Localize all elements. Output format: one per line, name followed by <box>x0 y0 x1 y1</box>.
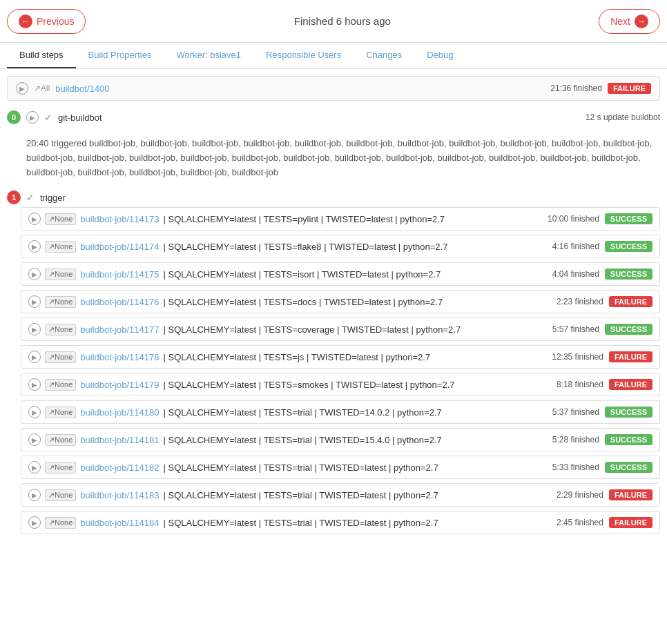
job-link[interactable]: buildbot-job/114182 <box>80 462 159 473</box>
master-build-link[interactable]: buildbot/1400 <box>55 84 109 94</box>
master-play-icon[interactable]: ▶ <box>16 82 28 95</box>
job-play-icon[interactable]: ▶ <box>28 213 41 225</box>
tab-build-properties[interactable]: Build Properties <box>76 43 164 68</box>
job-none-tag[interactable]: ↗None <box>45 351 76 363</box>
job-params: | SQLALCHEMY=latest | TESTS=isort | TWIS… <box>164 269 441 280</box>
job-play-icon[interactable]: ▶ <box>28 433 41 446</box>
job-play-icon[interactable]: ▶ <box>28 240 41 253</box>
git-check-icon: ✓ <box>44 112 52 123</box>
job-link[interactable]: buildbot-job/114178 <box>80 352 159 362</box>
job-none-tag[interactable]: ↗None <box>45 489 76 501</box>
job-row-left: ▶ ↗None buildbot-job/114181 | SQLALCHEMY… <box>28 433 442 446</box>
job-row: ▶ ↗None buildbot-job/114180 | SQLALCHEMY… <box>21 400 660 424</box>
job-row: ▶ ↗None buildbot-job/114177 | SQLALCHEMY… <box>21 318 660 341</box>
git-step-num: 0 <box>7 110 21 124</box>
job-row: ▶ ↗None buildbot-job/114175 | SQLALCHEMY… <box>21 262 660 286</box>
job-row-right: 12:35 finished FAILURE <box>552 351 652 362</box>
job-link[interactable]: buildbot-job/114173 <box>80 214 159 224</box>
job-status-badge: SUCCESS <box>605 462 652 473</box>
job-none-tag[interactable]: ↗None <box>45 407 76 418</box>
git-step-row: 0 ▶ ✓ git-buildbot 12 s update buildbot <box>7 106 660 128</box>
trigger-text: 20:40 triggered buildbot-job, buildbot-j… <box>7 133 660 186</box>
job-status-badge: SUCCESS <box>605 407 652 418</box>
job-link[interactable]: buildbot-job/114179 <box>80 380 159 390</box>
tab-debug[interactable]: Debug <box>414 43 465 68</box>
master-expand-icon[interactable]: ↗All <box>34 84 50 93</box>
job-link[interactable]: buildbot-job/114176 <box>80 297 159 307</box>
git-play-icon[interactable]: ▶ <box>26 111 39 124</box>
job-params: | SQLALCHEMY=latest | TESTS=pylint | TWI… <box>164 214 445 224</box>
job-play-icon[interactable]: ▶ <box>28 516 41 529</box>
master-build-status: FAILURE <box>608 83 651 94</box>
job-row-right: 4:16 finished SUCCESS <box>552 241 652 252</box>
job-play-icon[interactable]: ▶ <box>28 295 41 308</box>
job-none-tag[interactable]: ↗None <box>45 379 76 391</box>
job-time: 8:18 finished <box>557 380 603 389</box>
job-row-left: ▶ ↗None buildbot-job/114173 | SQLALCHEMY… <box>28 213 445 225</box>
job-status-badge: FAILURE <box>609 489 652 500</box>
git-step-left: 0 ▶ ✓ git-buildbot <box>7 110 102 124</box>
job-play-icon[interactable]: ▶ <box>28 268 41 280</box>
job-row: ▶ ↗None buildbot-job/114183 | SQLALCHEMY… <box>21 483 660 507</box>
job-link[interactable]: buildbot-job/114183 <box>80 490 159 500</box>
trigger-check-icon: ✓ <box>26 192 35 203</box>
job-params: | SQLALCHEMY=latest | TESTS=smokes | TWI… <box>164 380 455 390</box>
job-row-left: ▶ ↗None buildbot-job/114179 | SQLALCHEMY… <box>28 378 455 391</box>
job-link[interactable]: buildbot-job/114184 <box>80 518 159 528</box>
job-none-tag[interactable]: ↗None <box>45 213 76 225</box>
job-params: | SQLALCHEMY=latest | TESTS=coverage | T… <box>164 324 461 335</box>
job-link[interactable]: buildbot-job/114177 <box>80 324 159 335</box>
job-link[interactable]: buildbot-job/114180 <box>80 407 159 418</box>
job-play-icon[interactable]: ▶ <box>28 489 41 501</box>
job-none-tag[interactable]: ↗None <box>45 324 76 335</box>
tab-changes[interactable]: Changes <box>354 43 414 68</box>
job-none-tag[interactable]: ↗None <box>45 434 76 446</box>
job-row-left: ▶ ↗None buildbot-job/114175 | SQLALCHEMY… <box>28 268 441 280</box>
job-none-tag[interactable]: ↗None <box>45 241 76 253</box>
job-link[interactable]: buildbot-job/114174 <box>80 242 159 252</box>
job-time: 12:35 finished <box>552 352 603 362</box>
job-none-tag[interactable]: ↗None <box>45 296 76 308</box>
job-status-badge: SUCCESS <box>605 434 652 445</box>
job-play-icon[interactable]: ▶ <box>28 323 41 335</box>
job-time: 2:45 finished <box>557 518 603 527</box>
trigger-step-num: 1 <box>7 191 21 204</box>
job-none-tag[interactable]: ↗None <box>45 269 76 280</box>
tab-build-steps[interactable]: Build steps <box>7 43 76 68</box>
main-content: ▶ ↗All buildbot/1400 21:36 finished FAIL… <box>0 69 667 541</box>
job-status-badge: FAILURE <box>609 379 652 390</box>
previous-button[interactable]: ← Previous <box>7 9 86 34</box>
job-row-left: ▶ ↗None buildbot-job/114178 | SQLALCHEMY… <box>28 351 430 363</box>
page-title: Finished 6 hours ago <box>294 15 391 27</box>
job-params: | SQLALCHEMY=latest | TESTS=js | TWISTED… <box>164 352 431 362</box>
job-list: ▶ ↗None buildbot-job/114173 | SQLALCHEMY… <box>21 207 660 534</box>
job-link[interactable]: buildbot-job/114181 <box>80 435 159 445</box>
job-none-tag[interactable]: ↗None <box>45 462 76 474</box>
job-play-icon[interactable]: ▶ <box>28 351 41 363</box>
job-row-right: 2:45 finished FAILURE <box>557 517 652 528</box>
job-row-right: 5:57 finished SUCCESS <box>552 324 652 335</box>
job-params: | SQLALCHEMY=latest | TESTS=flake8 | TWI… <box>164 242 448 252</box>
master-build-row: ▶ ↗All buildbot/1400 21:36 finished FAIL… <box>7 76 660 101</box>
tab-worker[interactable]: Worker: bslave1 <box>164 43 253 68</box>
next-button[interactable]: Next → <box>599 9 660 34</box>
tab-responsible-users[interactable]: Responsible Users <box>253 43 354 68</box>
git-step-time: 12 s update buildbot <box>586 113 660 122</box>
job-link[interactable]: buildbot-job/114175 <box>80 269 159 280</box>
trigger-step-header: 1 ✓ trigger <box>7 186 660 207</box>
trigger-step-name: trigger <box>40 193 66 203</box>
job-play-icon[interactable]: ▶ <box>28 461 41 474</box>
next-arrow-icon: → <box>635 14 648 28</box>
job-status-badge: FAILURE <box>609 517 652 528</box>
job-play-icon[interactable]: ▶ <box>28 378 41 391</box>
job-time: 10:00 finished <box>548 214 599 224</box>
job-row-left: ▶ ↗None buildbot-job/114182 | SQLALCHEMY… <box>28 461 438 474</box>
job-row-left: ▶ ↗None buildbot-job/114174 | SQLALCHEMY… <box>28 240 447 253</box>
job-params: | SQLALCHEMY=latest | TESTS=docs | TWIST… <box>164 297 443 307</box>
job-status-badge: FAILURE <box>609 296 652 307</box>
job-status-badge: SUCCESS <box>605 213 652 224</box>
job-none-tag[interactable]: ↗None <box>45 517 76 529</box>
job-play-icon[interactable]: ▶ <box>28 406 41 418</box>
job-row-left: ▶ ↗None buildbot-job/114184 | SQLALCHEMY… <box>28 516 438 529</box>
job-params: | SQLALCHEMY=latest | TESTS=trial | TWIS… <box>164 462 438 473</box>
